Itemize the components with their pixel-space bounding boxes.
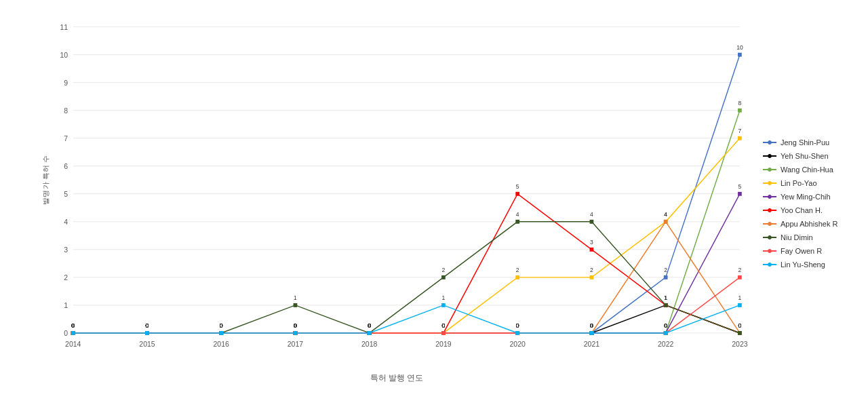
svg-text:4: 4 (590, 211, 593, 218)
legend-label: Fay Owen R (781, 247, 822, 255)
svg-text:0: 0 (664, 322, 667, 329)
svg-text:0: 0 (368, 322, 371, 329)
svg-text:2: 2 (738, 267, 742, 273)
svg-rect-217 (145, 331, 149, 335)
svg-text:2: 2 (442, 267, 446, 273)
svg-text:발명가 특허 수: 발명가 특허 수 (42, 155, 50, 205)
legend-label: Yeh Shu-Shen (781, 152, 829, 160)
legend-item: Niu Dimin (763, 233, 865, 241)
svg-text:5: 5 (516, 183, 519, 190)
legend-label: Lin Po-Yao (781, 179, 817, 187)
svg-text:2017: 2017 (288, 339, 303, 347)
svg-rect-219 (219, 331, 223, 335)
svg-rect-113 (738, 136, 742, 140)
svg-text:0: 0 (220, 322, 223, 329)
legend-label: Niu Dimin (781, 233, 813, 241)
svg-rect-225 (441, 303, 446, 307)
svg-rect-147 (515, 192, 519, 196)
svg-rect-193 (738, 331, 742, 335)
svg-text:3: 3 (590, 239, 593, 246)
svg-rect-213 (738, 275, 742, 279)
chart-area: 01234567891011발명가 특허 수201420152016201720… (0, 0, 760, 407)
svg-text:11: 11 (60, 22, 68, 31)
svg-rect-205 (441, 331, 446, 335)
legend-label: Yoo Chan H. (781, 206, 823, 214)
svg-rect-189 (590, 220, 594, 224)
svg-rect-191 (664, 303, 668, 307)
svg-text:7: 7 (64, 134, 68, 142)
svg-rect-149 (590, 248, 594, 252)
svg-text:1: 1 (442, 294, 446, 301)
legend-item: Appu Abhishek R (763, 220, 865, 228)
svg-rect-187 (515, 220, 519, 224)
svg-text:2: 2 (590, 267, 593, 273)
svg-text:7: 7 (738, 128, 742, 134)
svg-text:2: 2 (516, 267, 519, 273)
legend-item: Fay Owen R (763, 247, 865, 255)
svg-rect-215 (71, 331, 75, 335)
svg-rect-229 (590, 331, 594, 335)
svg-text:10: 10 (60, 50, 68, 58)
svg-text:3: 3 (64, 246, 68, 254)
svg-text:9: 9 (64, 78, 68, 86)
svg-text:2023: 2023 (732, 339, 747, 347)
svg-text:1: 1 (64, 301, 68, 309)
svg-text:0: 0 (294, 322, 297, 329)
svg-text:4: 4 (64, 218, 68, 226)
svg-text:6: 6 (64, 162, 68, 170)
svg-rect-171 (664, 220, 668, 224)
legend-item: Wang Chin-Hua (763, 166, 865, 174)
svg-text:1: 1 (294, 294, 297, 301)
legend-item: Jeng Shin-Puu (763, 138, 865, 147)
svg-text:2: 2 (64, 273, 68, 282)
chart-legend: Jeng Shin-PuuYeh Shu-ShenWang Chin-HuaLi… (760, 0, 868, 407)
legend-item: Yew Ming-Chih (763, 193, 865, 201)
svg-text:0: 0 (64, 329, 68, 337)
svg-text:1: 1 (664, 294, 667, 301)
svg-rect-53 (738, 53, 742, 57)
svg-text:2019: 2019 (435, 339, 451, 347)
svg-text:2016: 2016 (214, 339, 229, 347)
svg-rect-51 (664, 275, 668, 279)
svg-text:2021: 2021 (584, 339, 599, 347)
svg-text:2018: 2018 (361, 339, 377, 347)
legend-item: Lin Yu-Sheng (763, 260, 865, 269)
legend-label: Appu Abhishek R (781, 220, 837, 228)
svg-text:2015: 2015 (139, 339, 155, 347)
legend-item: Yeh Shu-Shen (763, 152, 865, 160)
svg-text:5: 5 (64, 190, 68, 198)
svg-text:2022: 2022 (658, 339, 673, 347)
svg-rect-107 (515, 275, 519, 279)
svg-rect-223 (368, 331, 372, 335)
legend-label: Yew Ming-Chih (781, 193, 831, 201)
legend-label: Wang Chin-Hua (781, 166, 833, 174)
chart-container: 01234567891011발명가 특허 수201420152016201720… (0, 0, 868, 407)
svg-text:4: 4 (516, 211, 519, 218)
legend-label: Jeng Shin-Puu (781, 138, 829, 147)
svg-rect-109 (590, 275, 594, 279)
legend-item: Lin Po-Yao (763, 179, 865, 187)
svg-text:2: 2 (664, 267, 667, 273)
svg-text:0: 0 (738, 322, 742, 329)
svg-text:2014: 2014 (65, 339, 81, 347)
x-axis-label: 특허 발행 연도 (41, 372, 753, 384)
svg-text:5: 5 (738, 183, 742, 190)
svg-text:10: 10 (736, 44, 743, 51)
svg-rect-181 (294, 303, 298, 307)
svg-text:1: 1 (738, 294, 742, 301)
svg-text:0: 0 (146, 322, 149, 329)
svg-text:0: 0 (590, 322, 593, 329)
svg-text:8: 8 (738, 100, 742, 106)
svg-rect-221 (294, 331, 298, 335)
svg-rect-233 (738, 303, 742, 307)
svg-text:0: 0 (516, 322, 519, 329)
svg-rect-185 (441, 275, 446, 279)
svg-rect-231 (664, 331, 668, 335)
svg-text:0: 0 (71, 322, 75, 329)
legend-item: Yoo Chan H. (763, 206, 865, 214)
svg-rect-227 (515, 331, 519, 335)
svg-rect-133 (738, 192, 742, 196)
svg-rect-93 (738, 109, 742, 113)
svg-text:4: 4 (664, 211, 667, 218)
svg-text:8: 8 (64, 106, 68, 114)
